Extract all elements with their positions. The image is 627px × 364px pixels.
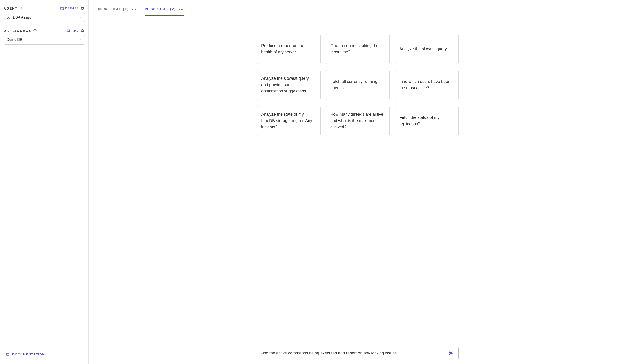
datasource-add-label: ADD xyxy=(72,29,79,32)
agent-create-label: CREATE xyxy=(65,7,79,10)
tab-chat-2[interactable]: NEW CHAT (2) xyxy=(145,4,184,16)
send-button[interactable] xyxy=(447,349,455,357)
book-icon xyxy=(6,352,10,356)
main: NEW CHAT (1) NEW CHAT (2) Produce a repo… xyxy=(89,0,627,364)
suggestion-card[interactable]: Analyze the state of my InnoDB storage e… xyxy=(257,106,320,136)
svg-point-4 xyxy=(67,29,69,30)
suggestion-card[interactable]: Produce a report on the health of my ser… xyxy=(257,34,320,64)
agent-create-button[interactable]: CREATE xyxy=(60,6,79,10)
datasource-select-left: Demo DB xyxy=(6,38,22,42)
datasource-actions: ADD xyxy=(67,29,85,33)
suggestion-grid: Produce a report on the health of my ser… xyxy=(257,34,459,136)
suggestion-text: Find which users have been the most acti… xyxy=(399,79,454,91)
datasource-label: DATASOURCE xyxy=(4,29,31,33)
suggestion-card[interactable]: How many threads are active and what is … xyxy=(326,106,390,136)
agent-actions: CREATE xyxy=(60,6,85,10)
suggestion-card[interactable]: Find the queries taking the most time? xyxy=(326,34,390,64)
suggestion-text: Find the queries taking the most time? xyxy=(330,43,385,55)
agent-settings-button[interactable] xyxy=(81,6,85,10)
documentation-link[interactable]: DOCUMENTATION xyxy=(4,350,85,360)
suggestion-card[interactable]: Fetch the status of my replication? xyxy=(395,106,459,136)
datasource-settings-button[interactable] xyxy=(81,29,85,33)
suggestion-text: Fetch the status of my replication? xyxy=(399,114,454,127)
agent-title-wrap: AGENT ! xyxy=(4,6,23,10)
chat-input[interactable] xyxy=(260,347,447,359)
datasource-add-button[interactable]: ADD xyxy=(67,29,79,33)
agent-section-header: AGENT ! CREATE xyxy=(4,6,85,10)
svg-point-1 xyxy=(8,17,9,18)
add-tab-button[interactable] xyxy=(192,7,198,13)
send-icon xyxy=(448,350,454,356)
agent-warning-icon: ! xyxy=(20,6,23,10)
sidebar: AGENT ! CREATE xyxy=(0,0,89,364)
documentation-label: DOCUMENTATION xyxy=(12,353,45,356)
tab-menu-icon[interactable] xyxy=(179,9,183,10)
tab-label: NEW CHAT (1) xyxy=(98,7,129,11)
suggestion-text: Analyze the slowest query and provide sp… xyxy=(261,75,316,95)
help-icon[interactable] xyxy=(33,29,37,33)
chat-input-row xyxy=(257,347,459,360)
suggestion-card[interactable]: Analyze the slowest query and provide sp… xyxy=(257,70,320,100)
agent-section: AGENT ! CREATE xyxy=(4,6,85,22)
datasource-section: DATASOURCE xyxy=(4,29,85,45)
agent-select[interactable]: DBA Assist xyxy=(4,13,85,22)
datasource-section-header: DATASOURCE xyxy=(4,29,85,33)
suggestion-card[interactable]: Analyze the slowest query xyxy=(395,34,459,64)
suggestion-text: Produce a report on the health of my ser… xyxy=(261,43,316,55)
suggestion-text: Analyze the state of my InnoDB storage e… xyxy=(261,111,316,130)
chevron-down-icon xyxy=(79,38,82,41)
suggestion-text: Analyze the slowest query xyxy=(399,46,447,52)
app-root: AGENT ! CREATE xyxy=(0,0,627,364)
datasource-select[interactable]: Demo DB xyxy=(4,35,85,45)
svg-point-3 xyxy=(35,31,35,32)
chevron-down-icon xyxy=(79,16,82,19)
tab-bar: NEW CHAT (1) NEW CHAT (2) xyxy=(89,0,627,16)
suggestion-card[interactable]: Fetch all currently running queries. xyxy=(326,70,390,100)
tab-label: NEW CHAT (2) xyxy=(145,7,176,11)
agent-select-left: DBA Assist xyxy=(6,15,31,20)
suggestion-text: Fetch all currently running queries. xyxy=(330,79,385,91)
agent-select-value: DBA Assist xyxy=(13,15,31,20)
tab-chat-1[interactable]: NEW CHAT (1) xyxy=(98,4,137,16)
agent-label: AGENT xyxy=(4,6,18,10)
datasource-select-value: Demo DB xyxy=(6,38,22,42)
shield-icon xyxy=(6,15,11,20)
chat-content: Produce a report on the health of my ser… xyxy=(89,16,627,338)
database-add-icon xyxy=(67,29,70,33)
suggestion-text: How many threads are active and what is … xyxy=(330,111,385,130)
suggestion-card[interactable]: Find which users have been the most acti… xyxy=(395,70,459,100)
tab-menu-icon[interactable] xyxy=(132,9,136,10)
create-agent-icon xyxy=(60,6,64,10)
datasource-title-wrap: DATASOURCE xyxy=(4,29,37,33)
